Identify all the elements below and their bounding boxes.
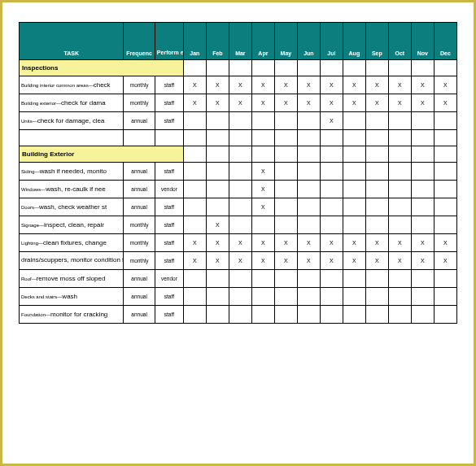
month-cell: X bbox=[206, 216, 229, 234]
month-cell: X bbox=[183, 252, 206, 270]
month-cell bbox=[274, 163, 297, 181]
month-cell bbox=[274, 181, 297, 198]
header-month-mar: Mar bbox=[229, 23, 251, 60]
month-cell bbox=[297, 181, 320, 198]
month-cell bbox=[229, 198, 251, 216]
section-blank-cell bbox=[274, 146, 297, 163]
section-blank-cell bbox=[297, 60, 320, 76]
section-blank-cell bbox=[411, 60, 434, 76]
performed-by-cell: staff bbox=[155, 306, 183, 324]
table-row: Building exterior—check for damamonthlys… bbox=[20, 94, 457, 112]
table-row: Lighting—clean fixtures, changemonthlyst… bbox=[20, 234, 457, 252]
month-cell: X bbox=[434, 76, 456, 94]
section-blank-cell bbox=[206, 60, 229, 76]
gap-cell bbox=[155, 130, 183, 146]
task-prefix: Decks and stairs— bbox=[21, 294, 62, 299]
month-cell: X bbox=[229, 234, 251, 252]
gap-cell bbox=[434, 130, 456, 146]
month-cell bbox=[229, 270, 251, 288]
gap-cell bbox=[411, 130, 434, 146]
month-cell: X bbox=[229, 76, 251, 94]
month-cell: X bbox=[365, 234, 388, 252]
section-title: Building Exterior bbox=[20, 146, 184, 163]
month-cell bbox=[343, 288, 365, 306]
section-blank-cell bbox=[274, 60, 297, 76]
gap-cell bbox=[206, 130, 229, 146]
header-month-jul: Jul bbox=[320, 23, 343, 60]
task-text: clean fixtures, change bbox=[43, 239, 107, 246]
task-prefix: Building interior common areas— bbox=[21, 83, 94, 88]
gap-cell bbox=[320, 130, 343, 146]
month-cell bbox=[388, 216, 411, 234]
performed-by-cell: staff bbox=[155, 252, 183, 270]
month-cell: X bbox=[297, 94, 320, 112]
month-cell: X bbox=[251, 94, 274, 112]
month-cell bbox=[206, 181, 229, 198]
header-performed-by: Perform ed by bbox=[155, 23, 183, 60]
month-cell: X bbox=[251, 163, 274, 181]
month-cell: X bbox=[388, 252, 411, 270]
table-row: Building interior common areas—checkmont… bbox=[20, 76, 457, 94]
gap-cell bbox=[251, 130, 274, 146]
task-text: drains/scuppers, monitor condition for c… bbox=[21, 256, 124, 263]
frequency-cell: monthly bbox=[124, 234, 155, 252]
gap-cell bbox=[388, 130, 411, 146]
month-cell bbox=[229, 288, 251, 306]
header-month-jun: Jun bbox=[297, 23, 320, 60]
month-cell bbox=[411, 112, 434, 130]
month-cell bbox=[183, 288, 206, 306]
task-text: remove moss off sloped bbox=[37, 275, 106, 282]
section-blank-cell bbox=[365, 146, 388, 163]
month-cell: X bbox=[320, 112, 343, 130]
month-cell: X bbox=[274, 234, 297, 252]
performed-by-cell: staff bbox=[155, 76, 183, 94]
task-text: monitor for cracking bbox=[50, 311, 107, 318]
frequency-cell: monthly bbox=[124, 252, 155, 270]
month-cell bbox=[206, 306, 229, 324]
month-cell: X bbox=[297, 76, 320, 94]
frequency-cell: monthly bbox=[124, 216, 155, 234]
section-blank-cell bbox=[411, 146, 434, 163]
table-row: Doors—wash, check weather stannualstaffX bbox=[20, 198, 457, 216]
table-body: InspectionsBuilding interior common area… bbox=[20, 60, 457, 324]
month-cell bbox=[388, 288, 411, 306]
month-cell: X bbox=[411, 252, 434, 270]
task-cell: Building exterior—check for dama bbox=[20, 94, 124, 112]
month-cell bbox=[251, 216, 274, 234]
month-cell bbox=[251, 288, 274, 306]
month-cell: X bbox=[434, 234, 456, 252]
month-cell bbox=[274, 198, 297, 216]
header-month-feb: Feb bbox=[206, 23, 229, 60]
frequency-cell: annual bbox=[124, 288, 155, 306]
month-cell bbox=[320, 216, 343, 234]
frequency-cell: annual bbox=[124, 181, 155, 198]
month-cell bbox=[320, 198, 343, 216]
month-cell: X bbox=[297, 234, 320, 252]
frequency-cell: annual bbox=[124, 270, 155, 288]
performed-by-cell: staff bbox=[155, 288, 183, 306]
section-blank-cell bbox=[434, 146, 456, 163]
month-cell bbox=[365, 198, 388, 216]
month-cell bbox=[411, 181, 434, 198]
performed-by-cell: staff bbox=[155, 163, 183, 181]
section-blank-cell bbox=[320, 146, 343, 163]
month-cell bbox=[343, 163, 365, 181]
month-cell: X bbox=[365, 252, 388, 270]
month-cell: X bbox=[183, 234, 206, 252]
header-month-sep: Sep bbox=[365, 23, 388, 60]
table-row: Foundation—monitor for crackingannualsta… bbox=[20, 306, 457, 324]
month-cell bbox=[297, 216, 320, 234]
month-cell: X bbox=[365, 94, 388, 112]
month-cell bbox=[434, 216, 456, 234]
month-cell: X bbox=[251, 76, 274, 94]
task-text: wash if needed, monito bbox=[40, 168, 107, 175]
month-cell bbox=[206, 112, 229, 130]
month-cell bbox=[183, 163, 206, 181]
task-prefix: Building exterior— bbox=[21, 101, 61, 106]
month-cell: X bbox=[206, 252, 229, 270]
month-cell: X bbox=[388, 76, 411, 94]
month-cell bbox=[434, 112, 456, 130]
month-cell bbox=[320, 288, 343, 306]
task-prefix: Windows— bbox=[21, 187, 46, 192]
month-cell bbox=[274, 270, 297, 288]
